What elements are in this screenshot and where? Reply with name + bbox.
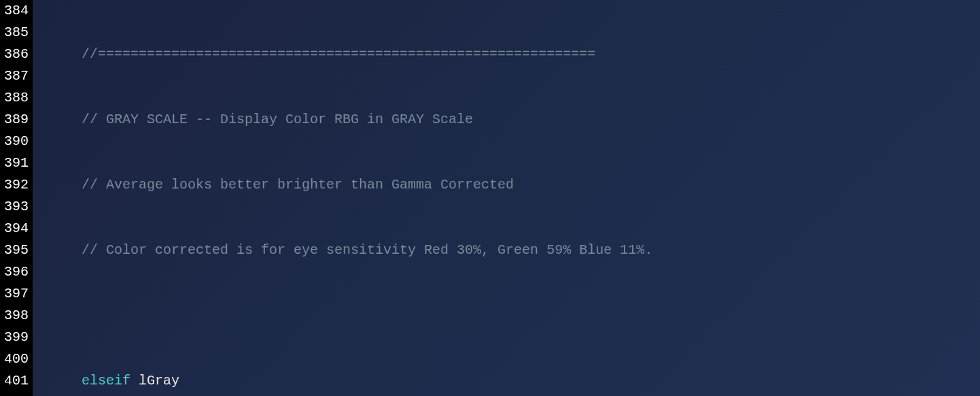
line-number: 392 — [0, 174, 30, 196]
line-number: 395 — [0, 240, 30, 261]
line-number: 393 — [0, 196, 30, 218]
line-number: 388 — [0, 87, 30, 109]
line-number: 394 — [0, 218, 30, 240]
line-number: 391 — [0, 152, 30, 174]
line-number: 400 — [0, 348, 30, 370]
code-line[interactable]: elseif lGray — [33, 370, 980, 392]
code-line[interactable]: //======================================… — [33, 44, 980, 65]
code-line[interactable]: // GRAY SCALE -- Display Color RBG in GR… — [33, 109, 980, 131]
line-number: 389 — [0, 109, 30, 131]
line-number: 396 — [0, 261, 30, 283]
line-number: 399 — [0, 327, 30, 348]
code-line[interactable]: // Color corrected is for eye sensitivit… — [33, 240, 980, 261]
indent — [33, 242, 82, 258]
line-number: 398 — [0, 305, 30, 327]
line-number: 384 — [0, 0, 30, 22]
code-line[interactable]: // Average looks better brighter than Ga… — [33, 174, 980, 196]
comment-text: // Average looks better brighter than Ga… — [82, 177, 514, 193]
line-number: 401 — [0, 370, 30, 392]
line-number: 390 — [0, 131, 30, 152]
keyword-elseif: elseif — [82, 373, 130, 389]
indent — [33, 46, 82, 62]
line-number: 385 — [0, 22, 30, 44]
line-number: 386 — [0, 44, 30, 65]
indent — [33, 373, 82, 389]
indent — [33, 112, 82, 127]
line-number: 387 — [0, 65, 30, 87]
code-line[interactable] — [33, 305, 980, 327]
indent — [33, 177, 82, 193]
line-number-gutter: 384 385 386 387 388 389 390 391 392 393 … — [0, 0, 33, 396]
comment-text: // GRAY SCALE -- Display Color RBG in GR… — [82, 112, 473, 127]
code-editor[interactable]: 384 385 386 387 388 389 390 391 392 393 … — [0, 0, 980, 396]
code-area[interactable]: //======================================… — [33, 0, 980, 396]
identifier: lGray — [130, 373, 179, 389]
comment-text: //======================================… — [82, 46, 595, 62]
line-number: 397 — [0, 283, 30, 305]
comment-text: // Color corrected is for eye sensitivit… — [82, 242, 652, 258]
